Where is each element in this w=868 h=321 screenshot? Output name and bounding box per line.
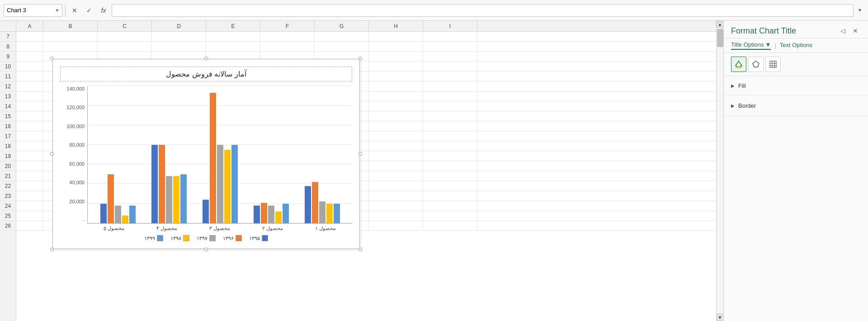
row-header-19[interactable]: 19 [0,151,16,161]
name-box-dropdown-icon[interactable]: ▼ [55,8,59,13]
row-header-16[interactable]: 16 [0,121,16,131]
row-header-22[interactable]: 22 [0,181,16,191]
formula-cancel-button[interactable]: ✕ [68,4,81,17]
fill-section-row[interactable]: ▶ Fill [731,80,861,92]
formula-input[interactable] [112,4,854,17]
fill-expand-arrow[interactable]: ▶ [731,83,735,88]
bar-2-2[interactable] [159,145,165,223]
x-label-2: محصول ۲ [246,225,299,231]
bar-2-5[interactable] [180,174,187,223]
scroll-track[interactable] [717,28,723,314]
panel-close-button[interactable]: ✕ [850,25,861,36]
row-header-10[interactable]: 10 [0,62,16,72]
bar-4-2[interactable] [261,203,267,223]
col-header-b[interactable]: B [43,21,98,31]
row-header-21[interactable]: 21 [0,171,16,181]
bar-4-4[interactable] [275,211,282,223]
bar-3-3[interactable] [217,145,223,223]
col-header-i[interactable]: I [423,21,477,31]
bar-2-1[interactable] [151,145,158,223]
grid-cells[interactable]: آمار سالانه فروش محصول 140,000 120,000 1… [16,32,716,321]
table-row [16,32,716,42]
col-header-a[interactable]: A [16,21,43,31]
col-header-d[interactable]: D [152,21,206,31]
col-header-h[interactable]: H [369,21,423,31]
col-header-g[interactable]: G [315,21,369,31]
format-panel: Format Chart Title ◁ ✕ Title Options ▼ |… [723,21,868,321]
title-options-dropdown-icon[interactable]: ▼ [765,41,771,48]
fill-icon-button[interactable] [731,57,746,72]
bar-3-2[interactable] [210,93,216,223]
bar-3-5[interactable] [231,145,238,223]
legend-color-1 [262,235,268,241]
bar-1-1[interactable] [100,204,107,223]
tab-text-options[interactable]: Text Options [780,42,812,49]
grid-icon [769,60,777,68]
bar-5-3[interactable] [319,201,326,223]
chart-object[interactable]: آمار سالانه فروش محصول 140,000 120,000 1… [52,59,360,249]
bars-container [88,86,352,223]
panel-icon-row [724,53,868,76]
table-icon-button[interactable] [765,57,781,72]
bar-5-4[interactable] [326,204,333,223]
formula-confirm-button[interactable]: ✓ [83,4,95,17]
formula-bar-divider [65,4,66,17]
row-header-25[interactable]: 25 [0,211,16,221]
y-label-60k: 60,000 [69,161,85,167]
shape-outline-icon-button[interactable] [748,57,764,72]
bar-1-3[interactable] [115,206,121,223]
row-header-11[interactable]: 11 [0,72,16,81]
bar-group-3 [194,86,245,223]
paint-bucket-icon [735,60,743,68]
legend-label-2: ۱۳۹۶ [223,235,234,241]
row-header-18[interactable]: 18 [0,141,16,151]
scroll-up-button[interactable]: ▲ [717,21,724,28]
border-section-row[interactable]: ▶ Border [731,100,861,112]
row-header-26[interactable]: 26 [0,221,16,231]
row-header-8[interactable]: 8 [0,42,16,52]
bar-3-4[interactable] [224,150,231,223]
bar-5-1[interactable] [305,186,311,223]
scroll-thumb[interactable] [717,29,723,47]
bar-1-2[interactable] [108,174,114,223]
bar-5-2[interactable] [312,182,318,223]
vertical-scrollbar[interactable]: ▲ ▼ [716,21,723,321]
formula-fx-button[interactable]: fx [97,4,110,17]
border-section: ▶ Border [724,96,868,116]
bar-5-5[interactable] [334,204,340,223]
bar-4-5[interactable] [283,204,289,223]
bar-4-3[interactable] [268,206,274,223]
x-label-3: محصول ۳ [193,225,246,231]
bar-4-1[interactable] [254,206,260,223]
row-header-14[interactable]: 14 [0,101,16,111]
bar-3-1[interactable] [203,200,209,223]
legend-label-1: ۱۳۹۵ [249,235,260,241]
fill-section: ▶ Fill [724,76,868,96]
row-header-20[interactable]: 20 [0,161,16,171]
bar-1-5[interactable] [129,206,136,223]
col-header-e[interactable]: E [206,21,260,31]
name-box[interactable]: Chart 3 ▼ [4,4,62,17]
border-expand-arrow[interactable]: ▶ [731,103,735,108]
col-header-c[interactable]: C [98,21,152,31]
row-header-17[interactable]: 17 [0,131,16,141]
panel-pin-button[interactable]: ◁ [837,25,848,36]
bar-2-3[interactable] [166,176,172,223]
formula-expand-button[interactable]: ▼ [855,4,864,17]
chart-title[interactable]: آمار سالانه فروش محصول [60,67,352,81]
bar-2-4[interactable] [173,176,179,223]
row-header-12[interactable]: 12 [0,81,16,91]
row-header-23[interactable]: 23 [0,191,16,201]
row-header-13[interactable]: 13 [0,91,16,101]
scroll-down-button[interactable]: ▼ [717,314,724,321]
y-label-100k: 100,000 [66,124,85,129]
row-header-24[interactable]: 24 [0,201,16,211]
row-header-7[interactable]: 7 [0,32,16,42]
bar-1-4[interactable] [122,216,128,223]
row-header-9[interactable]: 9 [0,52,16,62]
col-header-f[interactable]: F [260,21,315,31]
chart-inner: آمار سالانه فروش محصول 140,000 120,000 1… [53,59,359,249]
row-header-15[interactable]: 15 [0,111,16,121]
tab-title-options[interactable]: Title Options ▼ [731,41,771,50]
bar-group-5 [297,86,348,223]
